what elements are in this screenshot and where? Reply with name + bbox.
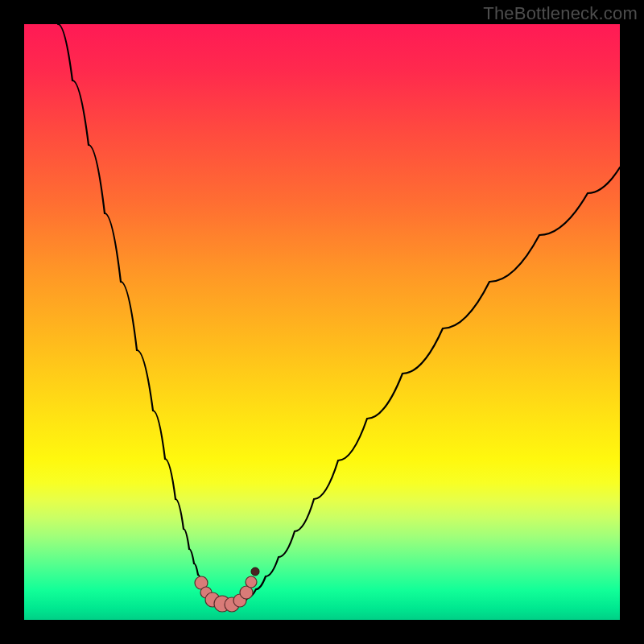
data-marker-7 [246, 576, 257, 588]
chart-svg [24, 24, 620, 620]
plot-area [24, 24, 620, 620]
left-curve [58, 24, 214, 599]
outer-frame: TheBottleneck.com [0, 0, 644, 644]
right-curve [248, 167, 620, 597]
marker-group [195, 568, 259, 612]
data-marker-8 [251, 568, 259, 576]
watermark-text: TheBottleneck.com [483, 3, 638, 24]
